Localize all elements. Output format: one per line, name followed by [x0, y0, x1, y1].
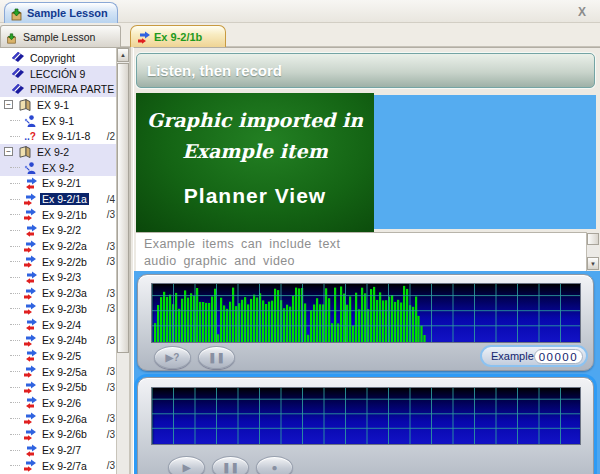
- tree-item[interactable]: Ex 9-2/6: [0, 395, 118, 411]
- tree-scrollbar[interactable]: ▲: [116, 48, 129, 474]
- tree-item[interactable]: Ex 9-2/3a/3: [0, 285, 118, 301]
- arr-same-icon: [22, 381, 38, 394]
- tree-item-label[interactable]: Ex 9-2/3b: [40, 303, 89, 315]
- tree-item[interactable]: Ex 9-2/7a/3: [0, 458, 118, 474]
- scroll-up-button[interactable]: ▲: [117, 48, 129, 62]
- tree-item-label[interactable]: EX 9-1: [35, 99, 71, 111]
- tree-item[interactable]: Ex 9-2/2b/3: [0, 254, 118, 270]
- tree-item-label[interactable]: PRIMERA PARTE: [28, 83, 116, 95]
- tab-exercise-item[interactable]: Ex 9-2/1b: [130, 25, 226, 47]
- pause-button[interactable]: ❚❚: [212, 456, 249, 474]
- arr-same-icon: [22, 302, 38, 315]
- tree-item[interactable]: Ex 9-2/2: [0, 223, 118, 239]
- tree-item-label[interactable]: Ex 9-1/1-8: [40, 130, 92, 142]
- tree-item-count: /3: [107, 288, 115, 299]
- tree-item[interactable]: Ex 9-2/3: [0, 270, 118, 286]
- tree-item-label[interactable]: LECCIÓN 9: [28, 68, 87, 80]
- tree-item-label[interactable]: Ex 9-2/4: [40, 319, 83, 331]
- tree-item[interactable]: Ex 9-2/5a/3: [0, 364, 118, 380]
- note-scrollbar[interactable]: ▼: [586, 232, 599, 271]
- tree-item-label[interactable]: Ex 9-2/3: [40, 271, 83, 283]
- graphic-line-2: Example item: [136, 140, 374, 162]
- media-placeholder: [374, 95, 596, 229]
- tree-item-label[interactable]: Ex 9-2/5b: [40, 381, 89, 393]
- tab-sample-lesson-label: Sample Lesson: [27, 7, 108, 19]
- tree-item[interactable]: ..?Ex 9-1/1-8/2: [0, 128, 118, 144]
- tree-item-label[interactable]: Ex 9-2/6b: [40, 428, 89, 440]
- tree-item-label[interactable]: Ex 9-2/1b: [40, 209, 89, 221]
- tree-item-label[interactable]: Ex 9-2/1a: [40, 193, 89, 205]
- tree-item[interactable]: Ex 9-2/5b/3: [0, 379, 118, 395]
- tree-item-label[interactable]: Ex 9-2/1: [40, 177, 83, 189]
- tree-item[interactable]: Ex 9-2/7: [0, 442, 118, 458]
- arr-op-icon: [22, 271, 38, 284]
- tree-item[interactable]: Ex 9-2/1b/3: [0, 207, 118, 223]
- lesson-tree: CopyrightLECCIÓN 9PRIMERA PARTE−EX 9-1EX…: [0, 50, 118, 474]
- example-counter: Example 00000: [480, 345, 588, 367]
- tab-sample-lesson[interactable]: Sample Lesson: [4, 2, 118, 23]
- tree-item[interactable]: PRIMERA PARTE: [0, 81, 118, 97]
- tree-item-label[interactable]: Ex 9-2/6a: [40, 413, 89, 425]
- tree-scrollbar-thumb[interactable]: [117, 63, 129, 353]
- tree-item[interactable]: Ex 9-2/6a/3: [0, 411, 118, 427]
- tree-item[interactable]: Copyright: [0, 50, 118, 66]
- tree-item-label[interactable]: Ex 9-2/2b: [40, 256, 89, 268]
- arr-same-icon: [22, 240, 38, 253]
- example-counter-label: Example: [482, 350, 534, 362]
- tree-item-count: /3: [107, 209, 115, 220]
- tree-item-label[interactable]: EX 9-1: [40, 115, 76, 127]
- tree-item[interactable]: Ex 9-2/1a/4: [0, 191, 118, 207]
- arr-op-icon: [22, 224, 38, 237]
- tree-item[interactable]: Ex 9-2/3b/3: [0, 301, 118, 317]
- tree-item[interactable]: −EX 9-1: [0, 97, 118, 113]
- record-waveform-display: [151, 387, 581, 445]
- tree-item-label[interactable]: EX 9-2: [35, 146, 71, 158]
- package-import-icon-small: [6, 30, 19, 43]
- book-icon: [10, 51, 26, 64]
- tree-item[interactable]: Ex 9-2/5: [0, 348, 118, 364]
- tree-item-label[interactable]: Ex 9-2/7: [40, 444, 83, 456]
- tab-lesson-tree[interactable]: Sample Lesson: [0, 25, 121, 47]
- tree-item-count: /3: [107, 382, 115, 393]
- tree-item-label[interactable]: Ex 9-2/6: [40, 397, 83, 409]
- graphic-line-3: Planner View: [136, 184, 374, 208]
- play-button[interactable]: ▶: [168, 456, 205, 474]
- tree-item[interactable]: Ex 9-2/1: [0, 176, 118, 192]
- record-button[interactable]: ●: [256, 456, 293, 474]
- tree-item[interactable]: LECCIÓN 9: [0, 66, 118, 82]
- tree-item[interactable]: Ex 9-2/4b/3: [0, 332, 118, 348]
- close-lesson-button[interactable]: X: [575, 5, 589, 19]
- example-player-panel: ▶?❚❚ Example 00000: [137, 274, 594, 371]
- note-line-2: audio graphic and video: [144, 253, 586, 270]
- tree-item-label[interactable]: Ex 9-2/7a: [40, 460, 89, 472]
- tree-item-label[interactable]: Ex 9-2/2: [40, 224, 83, 236]
- tab-lesson-tree-label: Sample Lesson: [23, 31, 95, 43]
- note-scrollbar-thumb[interactable]: [587, 233, 599, 245]
- tree-item[interactable]: Ex 9-2/2a/3: [0, 238, 118, 254]
- tab-exercise-item-label: Ex 9-2/1b: [154, 31, 202, 43]
- arr-same-icon: [22, 459, 38, 472]
- folder-icon: [17, 145, 33, 159]
- tree-item[interactable]: −EX 9-2: [0, 144, 118, 160]
- tree-item-label[interactable]: Copyright: [28, 52, 77, 64]
- tree-item-count: /3: [107, 241, 115, 252]
- tree-item-label[interactable]: Ex 9-2/4b: [40, 334, 89, 346]
- tree-item-count: /4: [107, 194, 115, 205]
- tree-expander[interactable]: −: [4, 147, 13, 156]
- tree-item[interactable]: Ex 9-2/4: [0, 317, 118, 333]
- tree-item[interactable]: EX 9-2: [0, 160, 118, 176]
- tree-item-label[interactable]: Ex 9-2/5: [40, 350, 83, 362]
- arr-same-icon: [22, 255, 38, 268]
- pause-button[interactable]: ❚❚: [198, 346, 235, 369]
- tree-item[interactable]: Ex 9-2/6b/3: [0, 427, 118, 443]
- play-preview-button[interactable]: ▶?: [154, 346, 191, 369]
- tree-item-label[interactable]: Ex 9-2/5a: [40, 366, 89, 378]
- tree-expander[interactable]: −: [4, 100, 13, 109]
- exercise-content-panel: Listen, then record Graphic imported in …: [133, 47, 600, 474]
- book-icon: [10, 83, 26, 96]
- tree-item-label[interactable]: Ex 9-2/2a: [40, 240, 89, 252]
- note-scroll-down-button[interactable]: ▼: [587, 257, 599, 270]
- tree-item[interactable]: EX 9-1: [0, 113, 118, 129]
- tree-item-label[interactable]: Ex 9-2/3a: [40, 287, 89, 299]
- tree-item-label[interactable]: EX 9-2: [40, 162, 76, 174]
